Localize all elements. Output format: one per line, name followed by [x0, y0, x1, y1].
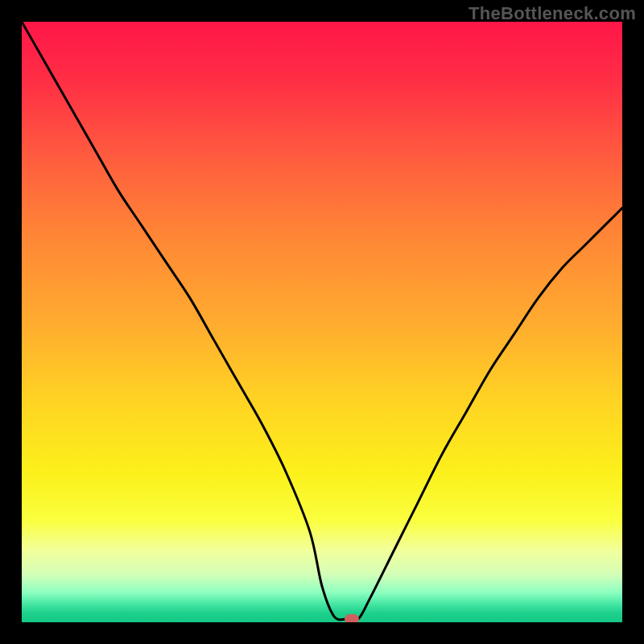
bottleneck-curve [22, 22, 622, 622]
watermark-text: TheBottleneck.com [469, 3, 636, 24]
chart-frame: TheBottleneck.com [0, 0, 644, 644]
optimum-marker [345, 614, 359, 622]
plot-area [22, 22, 622, 622]
